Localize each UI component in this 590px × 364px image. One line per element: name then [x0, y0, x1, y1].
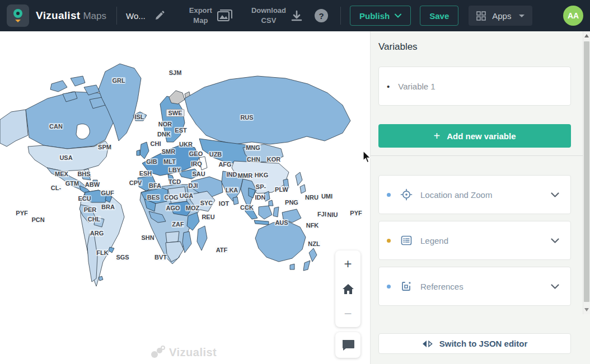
country-label-sp-: SP-	[255, 183, 266, 190]
divider	[340, 7, 341, 25]
country-label-tcd: TCD	[168, 178, 182, 185]
map-zoom-panel: + −	[335, 250, 360, 327]
comment-bubble-icon	[341, 339, 355, 351]
zoom-in-button[interactable]: +	[341, 257, 355, 271]
country-label-nru: NRU	[305, 194, 319, 201]
country-label-bhs: BHS	[77, 171, 91, 177]
country-label-sau: SAU	[191, 171, 205, 177]
country-label-cck: CCK	[240, 204, 254, 211]
scroll-up-arrow[interactable]	[584, 34, 589, 37]
switch-to-json-editor-button[interactable]: Switch to JSON editor	[378, 333, 571, 354]
country-label-ago: AGO	[165, 205, 180, 211]
document-title[interactable]: Wo...	[126, 11, 146, 21]
sidebar-scrollbar[interactable]	[583, 31, 590, 314]
home-button[interactable]	[342, 283, 354, 295]
country-label-chi: CHI	[150, 140, 162, 147]
top-navbar: VizualistMaps Wo... Export Map Download …	[0, 0, 590, 31]
country-label-mex: MEX	[54, 171, 69, 177]
country-label-irq: IRQ	[190, 160, 203, 167]
section-references[interactable]: References	[378, 267, 571, 306]
json-button-label: Switch to JSON editor	[439, 339, 528, 348]
edit-title-icon[interactable]	[154, 11, 165, 21]
help-glyph: ?	[319, 11, 324, 21]
help-button[interactable]: ?	[315, 9, 328, 22]
country-label-cl-: CL-	[50, 185, 62, 191]
country-label-sgs: SGS	[115, 254, 129, 261]
variable-label: Variable 1	[398, 82, 435, 91]
variable-bullet: •	[387, 82, 390, 91]
country-label-cpv: CPV	[129, 179, 143, 186]
export-map-label-1: Export	[189, 6, 212, 16]
chevron-down-icon	[395, 13, 401, 18]
app-logo[interactable]	[7, 4, 29, 27]
country-label-lka: LKA	[225, 187, 239, 193]
zoom-out-button[interactable]: −	[341, 307, 355, 320]
country-label-mlt: MLT	[163, 158, 176, 165]
country-label-rus: RUS	[240, 114, 254, 121]
country-label-moz: MOZ	[185, 205, 200, 211]
country-label-guf: GUF	[100, 190, 114, 196]
scroll-down-arrow[interactable]	[584, 308, 589, 311]
country-label-reu: REU	[201, 214, 215, 220]
chevron-down-icon[interactable]	[551, 192, 559, 197]
target-icon	[400, 188, 413, 201]
export-map-label-2: Map	[189, 16, 212, 26]
country-label-esh: ESH	[139, 170, 153, 177]
country-label-swe: SWE	[166, 109, 184, 117]
section-location-and-zoom[interactable]: Location and Zoom	[378, 175, 571, 214]
chevron-down-icon[interactable]	[551, 284, 559, 289]
variable-card[interactable]: • Variable 1	[378, 67, 571, 106]
caret-down-icon	[519, 15, 525, 17]
watermark-logo-icon	[150, 346, 166, 359]
section-label: Legend	[420, 236, 551, 245]
country-label-umi: UMI	[321, 193, 333, 200]
country-label-mmr: MMR	[237, 172, 253, 179]
country-label-chn: CHN	[246, 156, 261, 163]
add-new-variable-button[interactable]: + Add new variable	[378, 124, 571, 148]
country-label-zaf: ZAF	[171, 221, 184, 228]
country-label-atf: ATF	[216, 247, 228, 253]
status-dot-blue	[387, 193, 391, 197]
country-label-can: CAN	[49, 123, 63, 130]
country-label-uga: UGA	[179, 192, 194, 199]
country-label-arg: ARG	[90, 230, 104, 237]
save-button[interactable]: Save	[420, 6, 458, 26]
download-csv-button[interactable]: Download CSV	[251, 6, 302, 25]
country-label-smr: SMR	[161, 148, 176, 155]
country-label-niu: NIU	[327, 211, 339, 218]
status-dot-yellow	[387, 239, 391, 243]
publish-button[interactable]: Publish	[350, 6, 411, 26]
chevron-down-icon[interactable]	[551, 238, 559, 243]
country-label-bra: BRA	[101, 204, 115, 210]
user-avatar[interactable]: AA	[563, 6, 583, 26]
country-label-iot: IOT	[218, 200, 230, 207]
country-label-grl: GRL	[111, 77, 125, 84]
sidebar-heading: Variables	[378, 41, 571, 53]
map-canvas[interactable]: SJMGRLISLSWENORESTDNKCANSPMUSAMEXBHSGTMA…	[0, 31, 370, 364]
settings-sidebar: Variables • Variable 1 + Add new variabl…	[370, 31, 590, 364]
country-label-afg: AFG	[218, 161, 232, 168]
scrollbar-thumb[interactable]	[584, 41, 589, 302]
download-csv-label-1: Download	[251, 6, 286, 16]
apps-grid-icon	[476, 11, 486, 21]
download-csv-label-2: CSV	[251, 16, 286, 26]
country-label-pyf: PYF	[15, 210, 28, 216]
country-label-est: EST	[174, 127, 187, 134]
section-legend[interactable]: Legend	[378, 221, 571, 260]
mouse-cursor	[363, 151, 372, 163]
country-label-bvt: BVT	[154, 254, 167, 261]
country-label-lby: LBY	[168, 167, 181, 173]
comment-button[interactable]	[335, 332, 360, 358]
country-label-cog: COG	[163, 194, 179, 201]
map-pin-icon	[12, 8, 24, 23]
legend-icon	[400, 234, 413, 247]
country-label-dji: DJI	[188, 182, 198, 189]
apps-button[interactable]: Apps	[469, 6, 532, 26]
export-map-button[interactable]: Export Map	[189, 6, 232, 25]
country-label-per: PER	[83, 206, 97, 213]
country-label-bfa: BFA	[148, 182, 162, 189]
vizualist-watermark: Vizualist	[150, 346, 217, 359]
country-label-nzl: NZL	[307, 240, 320, 247]
country-label-isl: ISL	[134, 114, 144, 120]
watermark-text: Vizualist	[169, 346, 217, 359]
